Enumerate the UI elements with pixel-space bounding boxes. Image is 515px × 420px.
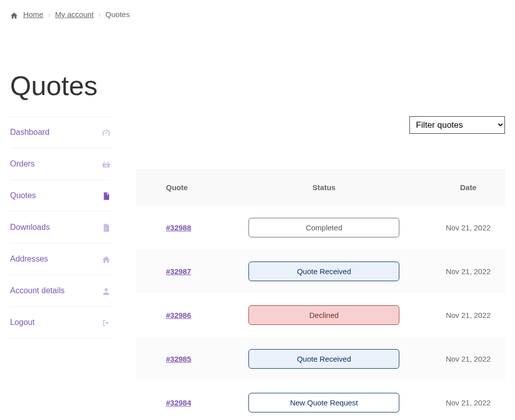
sidebar: Dashboard Orders Quotes Downloads [10, 116, 111, 420]
breadcrumb-current: Quotes [106, 10, 130, 19]
table-row: #32984New Quote RequestNov 21, 2022 [136, 381, 505, 420]
quotes-table-body: #32988CompletedNov 21, 2022#32987Quote R… [136, 206, 505, 420]
status-badge: Declined [248, 305, 399, 325]
filter-quotes-select[interactable]: Filter quotes [409, 116, 505, 134]
status-badge: New Quote Request [248, 393, 399, 412]
file-icon [102, 191, 111, 200]
sidebar-item-logout[interactable]: Logout [10, 307, 111, 338]
sidebar-item-label: Downloads [10, 223, 50, 232]
quote-date: Nov 21, 2022 [432, 293, 505, 337]
quote-id-link[interactable]: #32986 [166, 311, 191, 319]
sidebar-item-orders[interactable]: Orders [10, 148, 111, 180]
breadcrumb: Home › My account › Quotes [10, 10, 505, 20]
filter-row: Filter quotes [136, 116, 505, 134]
sidebar-item-label: Dashboard [10, 128, 49, 137]
quote-date: Nov 21, 2022 [432, 206, 505, 249]
table-row: #32986DeclinedNov 21, 2022 [136, 293, 505, 337]
quotes-table: Quote Status Date #32988CompletedNov 21,… [136, 169, 505, 420]
status-badge: Quote Received [248, 349, 399, 369]
sidebar-item-dashboard[interactable]: Dashboard [10, 117, 111, 148]
sidebar-item-account-details[interactable]: Account details [10, 275, 111, 306]
logout-icon [102, 318, 111, 327]
sidebar-item-downloads[interactable]: Downloads [10, 212, 111, 243]
status-badge: Completed [248, 218, 399, 237]
table-header-status: Status [216, 169, 432, 206]
status-badge: Quote Received [248, 262, 399, 281]
sidebar-nav: Dashboard Orders Quotes Downloads [10, 116, 111, 339]
breadcrumb-home[interactable]: Home [23, 10, 43, 19]
quote-id-link[interactable]: #32987 [166, 267, 191, 276]
table-header-date: Date [432, 169, 505, 206]
breadcrumb-separator: › [48, 10, 50, 19]
user-icon [102, 286, 111, 295]
breadcrumb-my-account[interactable]: My account [55, 10, 94, 19]
quote-id-link[interactable]: #32985 [166, 355, 191, 363]
quote-id-link[interactable]: #32984 [166, 398, 191, 407]
quote-date: Nov 21, 2022 [432, 249, 505, 293]
table-row: #32985Quote ReceivedNov 21, 2022 [136, 337, 505, 381]
download-file-icon [102, 223, 111, 232]
main-content: Filter quotes Quote Status Date #32988Co… [136, 116, 505, 420]
sidebar-item-label: Logout [10, 318, 35, 327]
breadcrumb-separator: › [98, 10, 101, 19]
dashboard-icon [102, 128, 111, 137]
sidebar-item-label: Orders [10, 159, 35, 169]
quote-date: Nov 21, 2022 [432, 337, 505, 381]
quote-id-link[interactable]: #32988 [166, 223, 191, 232]
sidebar-item-quotes[interactable]: Quotes [10, 180, 111, 211]
table-header-quote: Quote [136, 169, 216, 206]
table-row: #32987Quote ReceivedNov 21, 2022 [136, 249, 505, 293]
sidebar-item-label: Quotes [10, 191, 36, 200]
home-icon [10, 11, 20, 19]
table-row: #32988CompletedNov 21, 2022 [136, 206, 505, 249]
sidebar-item-addresses[interactable]: Addresses [10, 243, 111, 275]
sidebar-item-label: Account details [10, 286, 65, 295]
page-title: Quotes [10, 70, 505, 101]
quote-date: Nov 21, 2022 [432, 381, 505, 420]
sidebar-item-label: Addresses [10, 255, 48, 264]
home-icon [102, 255, 111, 264]
basket-icon [102, 159, 111, 169]
